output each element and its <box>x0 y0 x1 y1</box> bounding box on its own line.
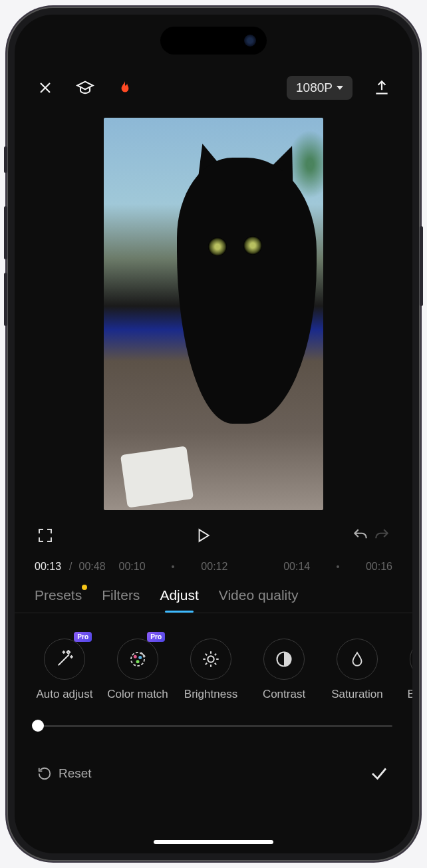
resolution-label: 1080P <box>296 80 333 95</box>
svg-point-4 <box>208 656 214 662</box>
undo-icon <box>352 527 369 544</box>
tool-icon-circle <box>44 639 85 680</box>
preview-area <box>15 118 412 510</box>
reset-button[interactable]: Reset <box>37 766 92 781</box>
current-time: 00:13 <box>35 561 61 573</box>
tool-color-match[interactable]: Pro Color match <box>108 639 168 701</box>
sun-icon <box>202 650 220 668</box>
tool-label: Brightness <box>184 688 237 701</box>
preview-subject <box>177 158 317 424</box>
time-mark: 00:10 <box>119 561 146 573</box>
tool-label: Saturation <box>331 688 383 701</box>
timeline[interactable]: 00:13 / 00:48 00:10 00:12 00:14 00:16 <box>15 555 412 575</box>
timeline-dot <box>337 565 339 568</box>
tool-icon-circle <box>410 639 412 680</box>
adjust-tools[interactable]: Pro Auto adjust Pro Color match Brightne… <box>15 613 412 714</box>
time-sep: / <box>69 561 72 573</box>
tool-label: Auto adjust <box>36 688 92 701</box>
tool-label: Brilliance <box>408 688 413 701</box>
volume-down-button <box>4 273 7 326</box>
tab-label: Filters <box>102 587 140 603</box>
tool-brightness[interactable]: Brightness <box>181 639 241 701</box>
time-mark: 00:16 <box>366 561 392 573</box>
svg-point-2 <box>138 656 142 659</box>
play-icon <box>194 527 212 544</box>
time-mark: 00:14 <box>283 561 310 573</box>
time-mark: 00:12 <box>201 561 227 573</box>
reset-icon <box>37 766 52 781</box>
close-button[interactable] <box>35 77 56 98</box>
undo-button[interactable] <box>350 525 371 546</box>
new-badge-icon <box>82 585 87 590</box>
tool-icon-circle <box>117 639 158 680</box>
flame-icon <box>116 79 134 96</box>
play-button[interactable] <box>192 525 214 546</box>
preview-subject <box>208 237 227 256</box>
redo-icon <box>373 527 390 544</box>
side-button <box>4 146 7 173</box>
preview-subject <box>243 236 262 255</box>
fullscreen-button[interactable] <box>35 525 56 546</box>
reset-label: Reset <box>59 766 92 781</box>
tab-presets[interactable]: Presets <box>35 587 82 613</box>
tool-brilliance[interactable]: Brilliance <box>400 639 412 701</box>
fullscreen-icon <box>37 527 53 543</box>
graduation-cap-icon <box>76 78 94 97</box>
home-indicator[interactable] <box>154 840 273 844</box>
timeline-dot <box>172 565 174 568</box>
resolution-selector[interactable]: 1080P <box>287 76 353 100</box>
slider-track <box>35 725 392 727</box>
tool-icon-circle <box>263 639 305 680</box>
tool-saturation[interactable]: Saturation <box>327 639 387 701</box>
check-icon <box>369 764 389 784</box>
education-button[interactable] <box>74 77 96 98</box>
export-icon <box>373 79 390 96</box>
pro-badge: Pro <box>147 632 165 642</box>
tab-video-quality[interactable]: Video quality <box>219 587 299 613</box>
slider-handle[interactable] <box>32 720 44 732</box>
svg-point-1 <box>134 655 137 658</box>
tool-auto-adjust[interactable]: Pro Auto adjust <box>35 639 94 701</box>
power-button <box>420 226 423 306</box>
volume-up-button <box>4 206 7 259</box>
svg-point-3 <box>136 660 140 663</box>
tabs: Presets Filters Adjust Video quality <box>15 575 412 613</box>
wand-icon <box>55 650 74 668</box>
tool-label: Contrast <box>263 688 305 701</box>
palette-icon <box>128 649 148 669</box>
tool-contrast[interactable]: Contrast <box>254 639 314 701</box>
dynamic-island <box>160 27 267 55</box>
chevron-down-icon <box>337 86 343 90</box>
preview-foreground <box>120 446 194 507</box>
tab-adjust[interactable]: Adjust <box>160 587 198 613</box>
footer-bar: Reset <box>15 740 412 784</box>
video-preview[interactable] <box>104 118 323 510</box>
tool-icon-circle <box>190 639 231 680</box>
tab-label: Presets <box>35 587 82 603</box>
trending-button[interactable] <box>114 77 136 98</box>
total-time: 00:48 <box>79 561 106 573</box>
tab-filters[interactable]: Filters <box>102 587 140 613</box>
top-bar: 1080P <box>15 68 412 108</box>
app-screen: 1080P <box>15 15 412 853</box>
contrast-icon <box>275 650 293 668</box>
tab-label: Adjust <box>160 587 198 603</box>
playback-controls <box>15 517 412 555</box>
tool-icon-circle <box>337 639 378 680</box>
close-icon <box>37 80 53 96</box>
phone-frame: 1080P <box>7 7 420 861</box>
confirm-button[interactable] <box>368 763 390 784</box>
droplet-icon <box>349 651 366 668</box>
tab-label: Video quality <box>219 587 299 603</box>
pro-badge: Pro <box>74 632 92 642</box>
tool-label: Color match <box>107 688 168 701</box>
export-button[interactable] <box>371 77 392 98</box>
adjust-slider[interactable] <box>15 714 412 740</box>
redo-button[interactable] <box>371 525 392 546</box>
